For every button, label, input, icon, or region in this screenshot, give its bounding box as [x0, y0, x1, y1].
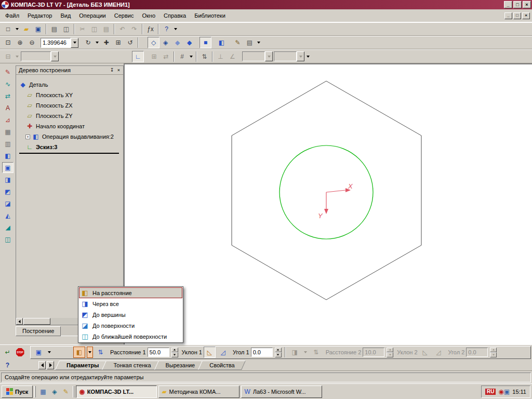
rotate-view-button[interactable]: ↻ — [82, 37, 94, 48]
hidden-thin-button[interactable]: ◆ — [171, 37, 183, 48]
page-setup-button[interactable]: ▤ — [244, 37, 256, 48]
scroll-thumb[interactable] — [23, 318, 50, 325]
save-button[interactable]: ▣ — [32, 23, 44, 35]
help-button[interactable]: ? — [161, 23, 172, 35]
strip-revolve-tool[interactable]: ◨ — [2, 174, 14, 185]
grid-dropdown[interactable] — [188, 51, 194, 62]
distance1-spinner[interactable] — [171, 348, 178, 357]
hidden-lines-button[interactable]: ◈ — [159, 37, 171, 48]
strip-plane1-tool[interactable]: ▦ — [2, 126, 14, 137]
strip-extrude-tool[interactable]: ◧ — [2, 150, 14, 161]
angle1-input[interactable] — [251, 348, 273, 357]
menu-item-8[interactable]: Библиотеки — [190, 11, 230, 20]
interrupt-command-button[interactable]: STOP — [14, 347, 26, 358]
drawing-area[interactable]: X Y — [124, 63, 532, 344]
zoom-frame-button[interactable]: ⊡ — [2, 37, 14, 48]
state-more-dropdown[interactable] — [305, 51, 311, 62]
strip-spline-tool[interactable]: ∿ — [2, 78, 14, 89]
selection-object-button[interactable]: ▣ — [33, 347, 45, 358]
tree-item-plane-zy[interactable]: ▱Плоскость ZY — [16, 111, 123, 121]
section-display-button[interactable]: ◧ — [216, 37, 228, 48]
menu-item-4[interactable]: Операции — [75, 11, 110, 20]
new-document-dropdown[interactable] — [14, 23, 20, 35]
strip-shell-tool[interactable]: ◫ — [2, 234, 14, 245]
popup-item-4[interactable]: ◪До поверхности — [79, 320, 182, 331]
help-dropdown[interactable] — [172, 23, 179, 35]
popup-item-3[interactable]: ◩До вершины — [79, 309, 182, 320]
tree-item-part[interactable]: ◆Деталь — [16, 79, 123, 90]
taskbar-task-1[interactable]: ◉КОМПАС-3D LT... — [76, 385, 157, 398]
menu-item-7[interactable]: Справка — [159, 11, 190, 20]
start-button[interactable]: Пуск — [2, 385, 33, 398]
tree-item-plane-zx[interactable]: ▱Плоскость ZX — [16, 100, 123, 111]
selection-object-dropdown[interactable] — [46, 347, 52, 358]
expand-plus-icon[interactable]: + — [25, 135, 30, 139]
menu-item-5[interactable]: Сервис — [110, 11, 138, 20]
quicklaunch-app-button[interactable]: ✎ — [60, 386, 71, 397]
print-preview-button[interactable]: ◫ — [60, 23, 72, 35]
page-setup-dropdown[interactable] — [256, 37, 262, 48]
menu-item-6[interactable]: Окно — [138, 11, 159, 20]
strip-edit-tool[interactable]: ✎ — [2, 66, 14, 77]
extrude-type-button[interactable]: ◧ — [73, 347, 85, 358]
strip-plane2-tool[interactable]: ▥ — [2, 138, 14, 149]
popup-item-1[interactable]: ◧На расстояние — [79, 287, 182, 298]
quicklaunch-desktop-button[interactable]: ▦ — [37, 386, 48, 397]
titlebar[interactable]: КОМПАС-3D LT V7 - [Деталь БЕЗ ИМЕНИ1] _ … — [0, 0, 532, 9]
ortho-button[interactable]: ⇅ — [198, 51, 210, 62]
quicklaunch-browser-button[interactable]: ◈ — [49, 386, 60, 397]
menu-item-1[interactable]: Файл — [1, 11, 23, 20]
tree-close-button[interactable]: × — [115, 67, 122, 74]
refresh-button[interactable]: ↺ — [124, 37, 136, 48]
bottom-tab-3[interactable]: Вырезание — [156, 361, 205, 370]
strip-cut-extrude-tool[interactable]: ▣ — [2, 162, 14, 173]
tree-item-plane-xy[interactable]: ▱Плоскость XY — [16, 90, 123, 100]
close-button[interactable]: × — [523, 1, 531, 8]
new-document-button[interactable]: □ — [2, 23, 14, 35]
taskbar-task-2[interactable]: ▰Методичка КОМА... — [158, 385, 240, 398]
language-indicator[interactable]: RU — [485, 389, 496, 395]
rotate-view-dropdown[interactable] — [94, 37, 100, 48]
tree-item-origin[interactable]: ✚Начало координат — [16, 121, 123, 131]
context-help-button[interactable]: ? — [2, 360, 14, 371]
strip-measure-tool[interactable]: ⊿ — [2, 114, 14, 125]
menu-item-3[interactable]: Вид — [56, 11, 75, 20]
child-restore-button[interactable]: □ — [513, 12, 521, 19]
minimize-button[interactable]: _ — [504, 1, 512, 8]
pan-button[interactable]: ✚ — [100, 37, 112, 48]
hexagon-outline[interactable] — [232, 81, 421, 300]
bottom-tab-2[interactable]: Тонкая стенка — [104, 361, 160, 370]
wireframe-button[interactable]: ◇ — [148, 37, 159, 48]
zoom-out-button[interactable]: ⊖ — [26, 37, 38, 48]
strip-fillet-tool[interactable]: ◭ — [2, 210, 14, 221]
fit-all-button[interactable]: ⊞ — [112, 37, 124, 48]
menu-item-2[interactable]: Редактор — [23, 11, 56, 20]
strip-arrows-tool[interactable]: ⇄ — [2, 90, 14, 101]
angle1-spinner[interactable] — [275, 348, 282, 357]
sketch-pencil-button[interactable]: ✎ — [232, 37, 244, 48]
variables-button[interactable]: ƒx — [144, 23, 156, 35]
taskbar-divider[interactable] — [73, 386, 74, 397]
maximize-button[interactable]: □ — [513, 1, 522, 8]
zoom-in-button[interactable]: ⊕ — [14, 37, 26, 48]
scale-combo-dropdown[interactable] — [71, 38, 78, 48]
bottom-tab-1[interactable]: Параметры — [57, 361, 108, 370]
sketch-mode-button[interactable]: ∟ — [132, 51, 144, 62]
tree-item-sketch-3[interactable]: ∟Эскиз:3 — [16, 142, 123, 152]
print-button[interactable]: ▤ — [48, 23, 60, 35]
create-object-button[interactable]: ↵ — [2, 347, 14, 358]
scroll-left-button[interactable] — [16, 318, 23, 325]
extrude-type-dropdown[interactable] — [87, 347, 93, 358]
bottom-tab-4[interactable]: Свойства — [200, 361, 244, 370]
strip-chamfer-tool[interactable]: ◢ — [2, 222, 14, 233]
taskbar-divider[interactable] — [34, 386, 36, 397]
strip-kinematic-tool[interactable]: ◩ — [2, 186, 14, 197]
pin-button[interactable]: ↧ — [109, 67, 115, 74]
tab-postroenie[interactable]: Построение — [16, 326, 61, 336]
tree-item-extrusion-2[interactable]: +◧Операция выдавливания:2 — [16, 131, 123, 142]
shaded-button[interactable]: ◆ — [183, 37, 195, 48]
strip-loft-tool[interactable]: ◪ — [2, 198, 14, 209]
popup-item-2[interactable]: ◨Через все — [79, 298, 182, 309]
open-document-button[interactable]: ▰ — [20, 23, 32, 35]
tray-kompas-icon[interactable]: ◉ — [498, 388, 503, 395]
